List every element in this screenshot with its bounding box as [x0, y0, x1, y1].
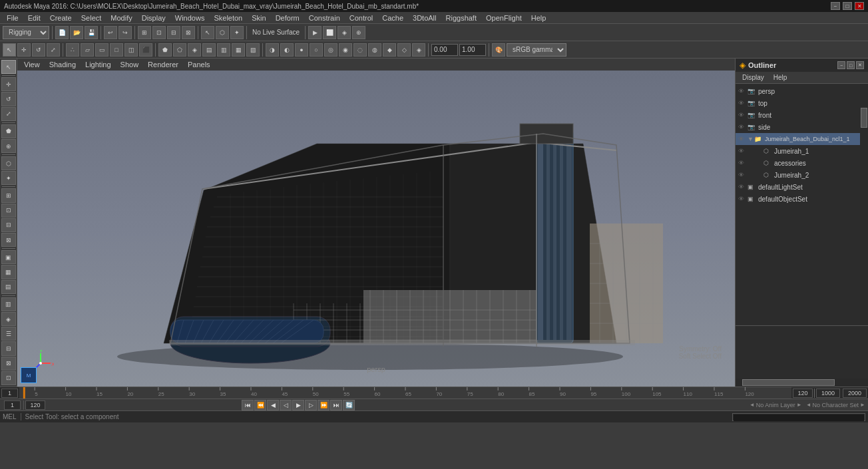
viewport-menu-show[interactable]: Show [116, 60, 143, 69]
menu-3dtoall[interactable]: 3DtoAll [409, 13, 440, 23]
play-forward-button[interactable]: ▶ [292, 400, 304, 410]
display5-icon[interactable]: ◎ [324, 43, 337, 57]
outliner-item-top[interactable]: 👁 📷 top [736, 97, 860, 109]
loop-button[interactable]: 🔄 [343, 400, 355, 410]
save-icon[interactable]: 💾 [85, 26, 98, 39]
menu-create[interactable]: Create [46, 13, 76, 23]
menu-deform[interactable]: Deform [272, 13, 304, 23]
select-tool[interactable]: ↖ [1, 60, 16, 74]
layer-editor-tool[interactable]: ▤ [1, 280, 16, 294]
curve-editor-tool[interactable]: ☰ [1, 327, 16, 341]
outliner-horizontal-scrollbar[interactable] [736, 379, 868, 387]
scale-tool-icon[interactable]: ⤢ [47, 43, 60, 57]
mode-dropdown[interactable]: Rigging [3, 26, 49, 39]
outliner-item-acessories[interactable]: 👁 ⬡ acessories [736, 157, 860, 169]
outliner-menu-help[interactable]: Help [769, 73, 791, 82]
step-forward-button[interactable]: ⏩ [318, 400, 329, 410]
soft3-icon[interactable]: ◈ [188, 43, 201, 57]
soft2-icon[interactable]: ⬠ [173, 43, 186, 57]
display6-icon[interactable]: ◉ [339, 43, 352, 57]
outliner-hscroll-thumb[interactable] [742, 379, 835, 386]
outliner-minimize-button[interactable]: − [837, 61, 845, 69]
move-tool-icon[interactable]: ✛ [17, 43, 31, 57]
menu-constrain[interactable]: Constrain [305, 13, 344, 23]
menu-select[interactable]: Select [77, 13, 106, 23]
menu-cache[interactable]: Cache [378, 13, 407, 23]
lasso-icon[interactable]: ⬡ [216, 26, 229, 39]
render4-icon[interactable]: ⊕ [352, 26, 365, 39]
timeline-start-frame[interactable] [1, 389, 18, 398]
minimize-button[interactable]: − [831, 2, 840, 10]
prev-frame-button[interactable]: ◀ [267, 400, 279, 410]
display10-icon[interactable]: ◇ [397, 43, 411, 57]
move-tool[interactable]: ✛ [1, 77, 16, 91]
outliner-item-jumeirah-group[interactable]: 👁 ▼ 📁 Jumeirah_Beach_Dubai_ncl1_1 [736, 133, 860, 145]
dope-sheet-tool[interactable]: ⊟ [1, 341, 16, 355]
outliner-item-default-light-set[interactable]: 👁 ▣ defaultLightSet [736, 181, 860, 193]
maximize-button[interactable]: □ [843, 2, 852, 10]
display9-icon[interactable]: ◆ [383, 43, 396, 57]
step-back-button[interactable]: ⏪ [254, 400, 266, 410]
outliner-item-jumeirah-1[interactable]: 👁 ⬡ Jumeirah_1 [736, 145, 860, 157]
value2-field[interactable] [459, 44, 486, 56]
outliner-menu-display[interactable]: Display [738, 73, 768, 82]
menu-modify[interactable]: Modify [107, 13, 136, 23]
component-face-icon[interactable]: ▭ [95, 43, 108, 57]
viewport-menu-panels[interactable]: Panels [184, 60, 214, 69]
playblast-tool[interactable]: ⊡ [1, 371, 16, 385]
select-icon[interactable]: ↖ [201, 26, 214, 39]
outliner-close-button[interactable]: ✕ [856, 61, 864, 69]
object-icon[interactable]: □ [110, 43, 123, 57]
viewport-canvas[interactable]: persp Symmetry: Off Soft Select Off X Y … [17, 71, 735, 387]
timeline-range-out2[interactable] [843, 389, 867, 398]
timeline-range-out[interactable] [816, 389, 840, 398]
outliner-item-front[interactable]: 👁 📷 front [736, 109, 860, 121]
render-view-tool[interactable]: ▣ [1, 250, 16, 264]
display3-icon[interactable]: ● [295, 43, 308, 57]
soft5-icon[interactable]: ▥ [217, 43, 230, 57]
snap-grid-tool[interactable]: ⊞ [1, 188, 16, 202]
outliner-vertical-scrollbar[interactable] [860, 84, 868, 325]
viewport-menu-shading[interactable]: Shading [45, 60, 80, 69]
snap3-icon[interactable]: ⊟ [167, 26, 180, 39]
paint-tool[interactable]: ✦ [1, 171, 16, 185]
component-edge-icon[interactable]: ▱ [81, 43, 94, 57]
snap2-icon[interactable]: ⊡ [152, 26, 166, 39]
component-vertex-icon[interactable]: ∴ [66, 43, 79, 57]
menu-skeleton[interactable]: Skeleton [210, 13, 246, 23]
scale-tool[interactable]: ⤢ [1, 107, 16, 121]
outliner-item-side[interactable]: 👁 📷 side [736, 121, 860, 133]
redo-icon[interactable]: ↪ [118, 26, 132, 39]
display-smooth-icon[interactable]: ◑ [266, 43, 279, 57]
soft6-icon[interactable]: ▦ [232, 43, 245, 57]
lasso-tool[interactable]: ⬡ [1, 156, 16, 170]
display7-icon[interactable]: ◌ [353, 43, 367, 57]
outliner-scroll-thumb[interactable] [861, 108, 867, 128]
menu-display[interactable]: Display [138, 13, 170, 23]
timeline-end-frame[interactable] [793, 389, 813, 398]
rotate-tool-icon[interactable]: ↺ [32, 43, 45, 57]
menu-riggshift[interactable]: Riggshaft [442, 13, 481, 23]
rotate-tool[interactable]: ↺ [1, 92, 16, 106]
xgen-tool[interactable]: ▥ [1, 297, 16, 311]
outliner-item-persp[interactable]: 👁 📷 persp [736, 85, 860, 97]
go-to-end-button[interactable]: ⏭ [330, 400, 342, 410]
render2-icon[interactable]: ⬜ [323, 26, 336, 39]
close-button[interactable]: ✕ [855, 2, 864, 10]
menu-help[interactable]: Help [527, 13, 550, 23]
snap-icon[interactable]: ⊞ [138, 26, 151, 39]
soft7-icon[interactable]: ▧ [246, 43, 260, 57]
new-icon[interactable]: 📄 [55, 26, 69, 39]
go-to-start-button[interactable]: ⏮ [242, 400, 254, 410]
outliner-item-default-object-set[interactable]: 👁 ▣ defaultObjectSet [736, 193, 860, 205]
soft1-icon[interactable]: ⬟ [158, 43, 172, 57]
display11-icon[interactable]: ◈ [412, 43, 425, 57]
snap-view-tool[interactable]: ⊠ [1, 233, 16, 247]
current-frame-field[interactable] [4, 400, 21, 410]
outliner-item-jumeirah-2[interactable]: 👁 ⬡ Jumeirah_2 [736, 169, 860, 181]
snap4-icon[interactable]: ⊠ [182, 26, 195, 39]
hypershade-tool[interactable]: ▦ [1, 265, 16, 279]
show-manip-tool[interactable]: ⊕ [1, 139, 16, 153]
object3-icon[interactable]: ⬛ [139, 43, 152, 57]
object2-icon[interactable]: ◫ [124, 43, 138, 57]
